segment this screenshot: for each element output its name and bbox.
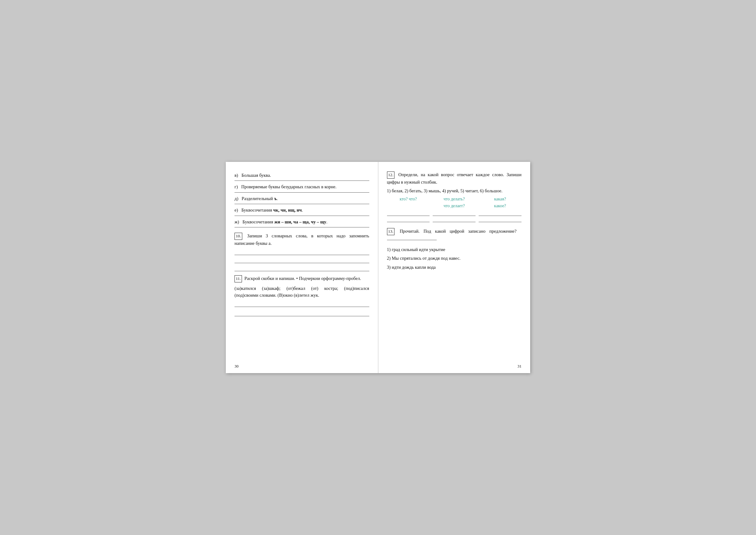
task13-item3: 3) идти дождь капли вода <box>387 264 522 270</box>
col-kak: какая? какое? <box>479 196 522 209</box>
page-number-right: 31 <box>518 363 522 369</box>
task13-item1: 1) град сильный идти укрытие <box>387 246 522 253</box>
col-kto-header: кто? что? <box>387 196 430 203</box>
task12-text: Определи, на какой вопрос отвечает каждо… <box>387 172 522 184</box>
col-chto-header2: что делает? <box>433 203 475 210</box>
item-v-text: Большая буква. <box>242 173 271 178</box>
task12-number: 12. <box>387 172 395 179</box>
col-kak-header1: какая? <box>479 196 522 203</box>
task13-text: Прочитай. Под какой цифрой записано пред… <box>400 229 517 234</box>
item-v: в) Большая буква. <box>234 171 369 181</box>
task10-text: Запиши 3 словарных слова, в которых надо… <box>234 233 369 246</box>
task10: 10. Запиши 3 словарных слова, в которых … <box>234 232 369 271</box>
task13-number: 13. <box>387 228 395 235</box>
item-g: г) Проверяемые буквы безударных гласных … <box>234 183 369 192</box>
item-zh: ж) Буквосочетания жи – ши, ча – ща, чу –… <box>234 218 369 227</box>
task13-answer-blank[interactable] <box>387 235 437 240</box>
col-chto: что делать? что делает? <box>433 196 475 209</box>
task11-answer-line[interactable] <box>234 301 369 307</box>
answer-line-1[interactable] <box>234 249 369 255</box>
task12-columns: кто? что? что делать? что делает? какая?… <box>387 196 522 209</box>
col-kto: кто? что? <box>387 196 430 209</box>
task13-item2: 2) Мы спрятались от дождя под навес. <box>387 255 522 262</box>
task11: 11. Раскрой скобки и напиши. • Подчеркни… <box>234 275 369 307</box>
page-number-left: 30 <box>234 363 238 369</box>
item-d: д) Разделительный ъ. <box>234 194 369 204</box>
task13-items: 1) град сильный идти укрытие 2) Мы спрят… <box>387 246 522 270</box>
task11-text: Раскрой скобки и напиши. • Подчеркни орф… <box>244 276 361 281</box>
task12-ans5[interactable] <box>433 216 475 222</box>
answer-line-3[interactable] <box>234 266 369 271</box>
col-chto-header1: что делать? <box>433 196 475 203</box>
task10-number: 10. <box>234 233 242 240</box>
task12-ans3[interactable] <box>479 210 522 216</box>
item-e: е) Буквосочетания чк, чн, нщ, нч. <box>234 206 369 216</box>
task12-words: 1) белая, 2) бегать, 3) мышь, 4) ручей, … <box>387 187 522 194</box>
task12-answer-row1 <box>387 210 522 216</box>
task12-ans4[interactable] <box>387 216 430 222</box>
item-g-label: г) <box>234 184 238 189</box>
task12-answer-row2 <box>387 216 522 222</box>
task12: 12. Определи, на какой вопрос отвечает к… <box>387 171 522 222</box>
task11-content: (за)катился (за)шкаф; (от)бежал (от) кос… <box>234 285 369 299</box>
item-zh-label: ж) <box>234 219 239 224</box>
page-left: в) Большая буква. г) Проверяемые буквы б… <box>226 162 378 373</box>
item-d-label: д) <box>234 196 238 201</box>
task13: 13. Прочитай. Под какой цифрой записано … <box>387 228 522 270</box>
task12-ans1[interactable] <box>387 210 430 216</box>
task11-number: 11. <box>234 275 242 282</box>
book-spread: в) Большая буква. г) Проверяемые буквы б… <box>226 162 530 373</box>
item-e-label: е) <box>234 208 238 212</box>
item-v-label: в) <box>234 173 238 178</box>
item-g-text: Проверяемые буквы безударных гласных в к… <box>241 184 337 189</box>
answer-line-2[interactable] <box>234 258 369 263</box>
extra-line-1[interactable] <box>234 311 369 316</box>
task12-ans6[interactable] <box>479 216 522 222</box>
task12-ans2[interactable] <box>433 210 475 216</box>
col-kak-header2: какое? <box>479 203 522 210</box>
page-right: 12. Определи, на какой вопрос отвечает к… <box>378 162 530 373</box>
